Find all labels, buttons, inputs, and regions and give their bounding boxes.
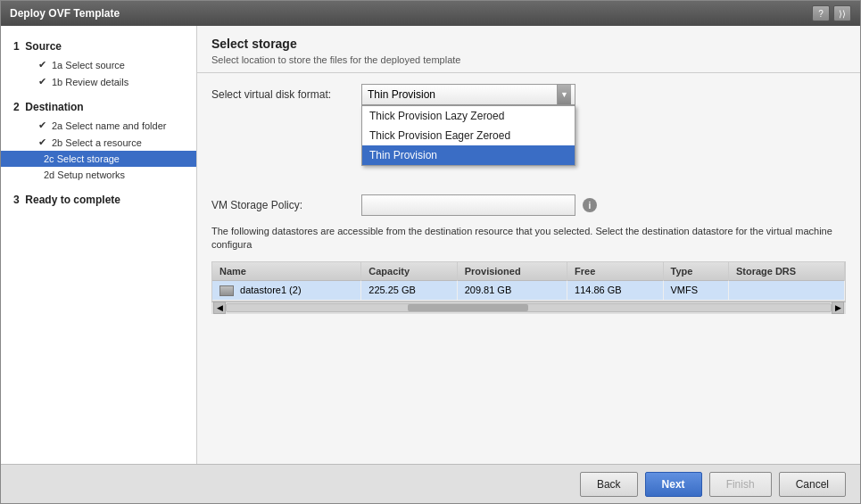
main-panel: Select storage Select location to store … [197, 26, 860, 464]
deploy-ovf-window: Deploy OVF Template ? ⟩⟩ 1 Source ✔ 1a S… [0, 0, 861, 504]
dropdown-option-thick-lazy[interactable]: Thick Provision Lazy Zeroed [362, 106, 575, 126]
description-text: The following datastores are accessible … [211, 225, 846, 252]
next-button[interactable]: Next [645, 472, 702, 497]
main-subtitle: Select location to store the files for t… [211, 54, 846, 65]
datastore-table-wrapper: Name Capacity Provisioned Free Type Stor… [211, 261, 846, 302]
disk-format-dropdown-menu: Thick Provision Lazy Zeroed Thick Provis… [361, 105, 575, 166]
option-thick-eager-label: Thick Provision Eager Zeroed [369, 129, 510, 142]
info-icon[interactable]: i [583, 198, 597, 212]
row-name: datastore1 (2) [240, 285, 301, 295]
cell-name: datastore1 (2) [212, 280, 361, 300]
datastore-table: Name Capacity Provisioned Free Type Stor… [212, 262, 845, 301]
finish-button[interactable]: Finish [709, 472, 772, 497]
disk-format-dropdown[interactable]: Thin Provision ▼ [361, 84, 575, 105]
disk-format-row: Select virtual disk format: Thin Provisi… [211, 84, 846, 105]
col-name: Name [212, 262, 361, 281]
table-header: Name Capacity Provisioned Free Type Stor… [212, 262, 845, 281]
sidebar-item-2c[interactable]: 2c Select storage [1, 151, 196, 167]
sidebar-item-2d-label: 2d Setup networks [44, 169, 125, 180]
cell-capacity: 225.25 GB [361, 280, 457, 300]
sidebar-section-source: 1 Source ✔ 1a Select source ✔ 1b Review … [1, 33, 196, 94]
col-capacity: Capacity [361, 262, 457, 281]
storage-policy-dropdown[interactable] [361, 194, 575, 216]
resize-button[interactable]: ⟩⟩ [833, 5, 851, 21]
main-title: Select storage [211, 37, 846, 51]
dropdown-arrow-icon: ▼ [557, 85, 571, 104]
sidebar-item-2a[interactable]: ✔ 2a Select name and folder [1, 117, 196, 134]
horizontal-scrollbar[interactable]: ◀ ▶ [211, 302, 846, 314]
sidebar-section-ready-title: 3 Ready to complete [1, 190, 196, 210]
sidebar-item-1b-label: 1b Review details [52, 77, 128, 87]
back-button[interactable]: Back [580, 472, 638, 497]
resize-icon: ⟩⟩ [839, 9, 846, 19]
disk-format-value: Thin Provision [368, 88, 435, 101]
sidebar-item-1a-label: 1a Select source [52, 60, 125, 70]
disk-format-control: Thin Provision ▼ Thick Provision Lazy Ze… [361, 84, 575, 105]
cell-storage-drs [728, 280, 844, 300]
table-row[interactable]: datastore1 (2) 225.25 GB 209.81 GB 114.8… [212, 280, 845, 300]
cell-free: 114.86 GB [567, 280, 663, 300]
check-icon-1b: ✔ [38, 76, 46, 87]
col-storage-drs: Storage DRS [728, 262, 844, 281]
scrollbar-track [226, 303, 832, 312]
sidebar-section-destination-title: 2 Destination [1, 97, 196, 117]
datastore-icon [219, 285, 234, 296]
scrollbar-thumb[interactable] [408, 304, 528, 311]
option-thick-lazy-label: Thick Provision Lazy Zeroed [369, 110, 504, 122]
footer: Back Next Finish Cancel [1, 464, 860, 503]
sidebar-item-2c-label: 2c Select storage [44, 153, 120, 164]
window-title: Deploy OVF Template [10, 7, 120, 20]
sidebar-item-1a[interactable]: ✔ 1a Select source [1, 56, 196, 73]
cancel-button[interactable]: Cancel [779, 472, 846, 497]
col-free: Free [567, 262, 663, 281]
title-bar: Deploy OVF Template ? ⟩⟩ [1, 1, 860, 26]
title-bar-left: Deploy OVF Template [10, 7, 120, 20]
sidebar-item-1b[interactable]: ✔ 1b Review details [1, 73, 196, 90]
main-body: Select virtual disk format: Thin Provisi… [197, 73, 860, 464]
help-icon: ? [818, 9, 824, 19]
option-thin-label: Thin Provision [369, 149, 437, 161]
disk-format-label: Select virtual disk format: [211, 88, 354, 101]
col-provisioned: Provisioned [457, 262, 567, 281]
scroll-right-button[interactable]: ▶ [832, 302, 844, 314]
sidebar-item-2b-label: 2b Select a resource [52, 137, 142, 148]
sidebar: 1 Source ✔ 1a Select source ✔ 1b Review … [1, 26, 197, 464]
storage-policy-label: VM Storage Policy: [211, 199, 354, 211]
sidebar-section-source-title: 1 Source [1, 37, 196, 56]
sidebar-item-2b[interactable]: ✔ 2b Select a resource [1, 134, 196, 151]
cell-type: VMFS [663, 280, 728, 300]
help-button[interactable]: ? [812, 5, 830, 21]
col-type: Type [663, 262, 728, 281]
cell-provisioned: 209.81 GB [457, 280, 567, 300]
sidebar-item-2d[interactable]: 2d Setup networks [1, 167, 196, 183]
content-area: 1 Source ✔ 1a Select source ✔ 1b Review … [1, 26, 860, 464]
sidebar-section-destination: 2 Destination ✔ 2a Select name and folde… [1, 94, 196, 186]
table-header-row: Name Capacity Provisioned Free Type Stor… [212, 262, 845, 281]
scroll-left-button[interactable]: ◀ [213, 302, 226, 314]
dropdown-option-thin[interactable]: Thin Provision [362, 145, 575, 165]
table-body: datastore1 (2) 225.25 GB 209.81 GB 114.8… [212, 280, 845, 300]
check-icon-2b: ✔ [38, 136, 46, 148]
check-icon-1a: ✔ [38, 59, 46, 70]
dropdown-option-thick-eager[interactable]: Thick Provision Eager Zeroed [362, 126, 575, 145]
main-header: Select storage Select location to store … [197, 26, 860, 73]
check-icon-2a: ✔ [38, 120, 46, 131]
sidebar-section-ready: 3 Ready to complete [1, 186, 196, 213]
storage-policy-row: VM Storage Policy: i [211, 194, 846, 216]
sidebar-item-2a-label: 2a Select name and folder [52, 120, 166, 131]
title-bar-right: ? ⟩⟩ [812, 5, 851, 21]
